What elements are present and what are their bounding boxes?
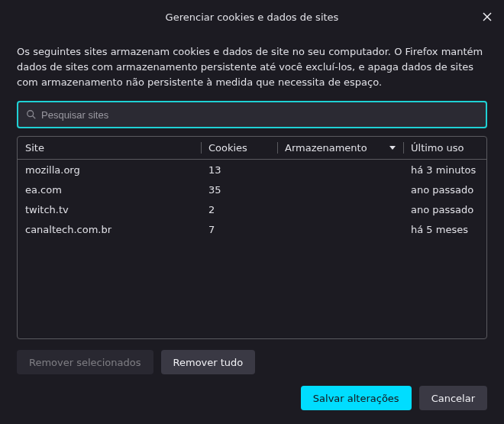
svg-line-3	[33, 116, 36, 119]
column-header-site[interactable]: Site	[18, 137, 201, 159]
svg-point-2	[27, 111, 34, 117]
column-header-cookies[interactable]: Cookies	[201, 137, 277, 159]
search-field-wrap[interactable]	[17, 101, 487, 128]
search-input[interactable]	[41, 109, 478, 121]
sort-desc-icon	[389, 146, 396, 150]
cell-site: ea.com	[18, 184, 201, 196]
cell-lastused: ano passado	[403, 204, 486, 215]
column-header-lastused[interactable]: Último uso	[403, 137, 486, 159]
cell-lastused: há 5 meses	[403, 224, 486, 235]
cancel-button[interactable]: Cancelar	[419, 386, 487, 410]
column-label: Site	[25, 142, 44, 154]
dialog-description: Os seguintes sites armazenam cookies e d…	[17, 44, 487, 90]
cell-cookies: 2	[201, 204, 277, 215]
remove-all-button[interactable]: Remover tudo	[161, 350, 256, 374]
search-icon	[26, 109, 37, 120]
cell-cookies: 7	[201, 224, 277, 235]
table-row[interactable]: mozilla.org13há 3 minutos	[18, 160, 486, 180]
dialog-footer: Salvar alterações Cancelar	[0, 385, 504, 424]
column-label: Armazenamento	[285, 142, 367, 154]
cell-cookies: 35	[201, 184, 277, 196]
column-label: Último uso	[411, 142, 464, 154]
table-row[interactable]: ea.com35ano passado	[18, 180, 486, 199]
cell-site: twitch.tv	[18, 204, 201, 215]
titlebar: Gerenciar cookies e dados de sites	[0, 0, 504, 34]
cell-site: canaltech.com.br	[18, 224, 201, 235]
table-header: Site Cookies Armazenamento Último uso	[18, 137, 486, 160]
column-header-storage[interactable]: Armazenamento	[277, 137, 403, 159]
close-button[interactable]	[478, 8, 496, 26]
remove-selected-button[interactable]: Remover selecionados	[17, 350, 153, 374]
column-label: Cookies	[208, 142, 247, 154]
table-row[interactable]: twitch.tv2ano passado	[18, 199, 486, 219]
dialog-content: Os seguintes sites armazenam cookies e d…	[0, 34, 504, 385]
table-row[interactable]: canaltech.com.br7há 5 meses	[18, 219, 486, 239]
table-body: mozilla.org13há 3 minutosea.com35ano pas…	[18, 160, 486, 338]
cell-lastused: ano passado	[403, 184, 486, 196]
cookie-manager-dialog: Gerenciar cookies e dados de sites Os se…	[0, 0, 504, 424]
cell-site: mozilla.org	[18, 164, 201, 176]
sites-table: Site Cookies Armazenamento Último uso mo…	[17, 136, 487, 339]
dialog-title: Gerenciar cookies e dados de sites	[166, 11, 339, 23]
close-icon	[482, 11, 493, 22]
cell-lastused: há 3 minutos	[403, 164, 486, 176]
cell-cookies: 13	[201, 164, 277, 176]
save-button[interactable]: Salvar alterações	[301, 386, 412, 410]
action-row: Remover selecionados Remover tudo	[17, 339, 487, 385]
